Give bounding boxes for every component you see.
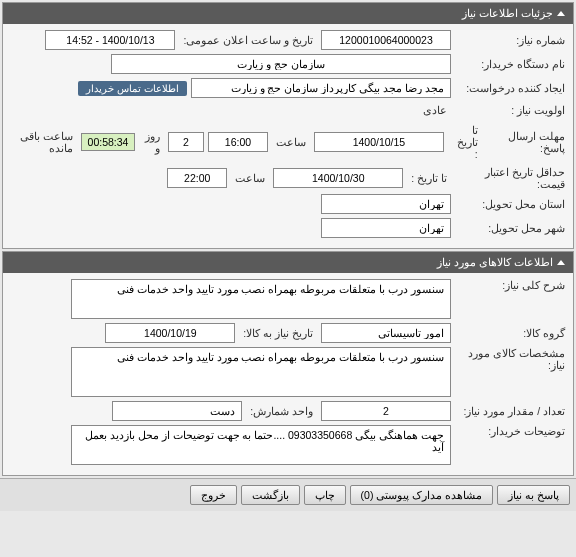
creator-label: ایجاد کننده درخواست: bbox=[455, 82, 565, 94]
need-number-field[interactable] bbox=[321, 30, 451, 50]
exit-button[interactable]: خروج bbox=[190, 485, 237, 505]
chevron-icon bbox=[557, 11, 565, 16]
days-label: روز و bbox=[139, 128, 164, 156]
announce-field[interactable] bbox=[45, 30, 175, 50]
buyer-note-label: توضیحات خریدار: bbox=[455, 425, 565, 437]
priority-label: اولویت نیاز : bbox=[455, 104, 565, 116]
contact-badge[interactable]: اطلاعات تماس خریدار bbox=[78, 81, 187, 96]
panel1-title: جزئیات اطلاعات نیاز bbox=[462, 7, 553, 20]
to-date-label-2: تا تاریخ : bbox=[407, 170, 451, 186]
chevron-icon bbox=[557, 260, 565, 265]
timer-value: 00:58:34 bbox=[81, 133, 136, 151]
panel2-body: شرح کلی نیاز: گروه کالا: تاریخ نیاز به ک… bbox=[3, 273, 573, 475]
time-label-2: ساعت bbox=[231, 170, 269, 186]
deadline-time-field[interactable] bbox=[208, 132, 268, 152]
creator-field[interactable] bbox=[191, 78, 451, 98]
remaining-label: ساعت باقی مانده bbox=[11, 128, 77, 156]
panel1-header: جزئیات اطلاعات نیاز bbox=[3, 3, 573, 24]
spec-label: مشخصات کالای مورد نیاز: bbox=[455, 347, 565, 371]
city-field[interactable] bbox=[321, 218, 451, 238]
to-date-label-1: تا تاریخ : bbox=[448, 122, 482, 162]
qty-field[interactable] bbox=[321, 401, 451, 421]
respond-button[interactable]: پاسخ به نیاز bbox=[497, 485, 570, 505]
goods-info-panel: اطلاعات کالاهای مورد نیاز شرح کلی نیاز: … bbox=[2, 251, 574, 476]
need-date-label: تاریخ نیاز به کالا: bbox=[239, 325, 317, 341]
validity-time-field[interactable] bbox=[167, 168, 227, 188]
validity-date-field[interactable] bbox=[273, 168, 403, 188]
buyer-note-field[interactable] bbox=[71, 425, 451, 465]
unit-label: واحد شمارش: bbox=[246, 403, 317, 419]
announce-label: تاریخ و ساعت اعلان عمومی: bbox=[179, 32, 317, 48]
need-date-field[interactable] bbox=[105, 323, 235, 343]
deadline-label: مهلت ارسال پاسخ: bbox=[486, 130, 565, 154]
panel2-header: اطلاعات کالاهای مورد نیاز bbox=[3, 252, 573, 273]
validity-label: حداقل تاریخ اعتبار قیمت: bbox=[455, 166, 565, 190]
attachments-button[interactable]: مشاهده مدارک پیوستی (0) bbox=[350, 485, 494, 505]
need-number-label: شماره نیاز: bbox=[455, 34, 565, 46]
days-field[interactable] bbox=[168, 132, 204, 152]
buyer-label: نام دستگاه خریدار: bbox=[455, 58, 565, 70]
group-field[interactable] bbox=[321, 323, 451, 343]
buyer-field[interactable] bbox=[111, 54, 451, 74]
qty-label: تعداد / مقدار مورد نیاز: bbox=[455, 405, 565, 417]
need-details-panel: جزئیات اطلاعات نیاز شماره نیاز: تاریخ و … bbox=[2, 2, 574, 249]
back-button[interactable]: بازگشت bbox=[241, 485, 300, 505]
group-label: گروه کالا: bbox=[455, 327, 565, 339]
unit-field[interactable] bbox=[112, 401, 242, 421]
time-label-1: ساعت bbox=[272, 134, 310, 150]
deadline-date-field[interactable] bbox=[314, 132, 444, 152]
print-button[interactable]: چاپ bbox=[304, 485, 346, 505]
province-field[interactable] bbox=[321, 194, 451, 214]
panel2-title: اطلاعات کالاهای مورد نیاز bbox=[437, 256, 553, 269]
city-label: شهر محل تحویل: bbox=[455, 222, 565, 234]
desc-field[interactable] bbox=[71, 279, 451, 319]
footer-bar: پاسخ به نیاز مشاهده مدارک پیوستی (0) چاپ… bbox=[0, 478, 576, 511]
spec-field[interactable] bbox=[71, 347, 451, 397]
desc-label: شرح کلی نیاز: bbox=[455, 279, 565, 291]
panel1-body: شماره نیاز: تاریخ و ساعت اعلان عمومی: نا… bbox=[3, 24, 573, 248]
province-label: استان محل تحویل: bbox=[455, 198, 565, 210]
priority-value: عادی bbox=[419, 102, 451, 118]
